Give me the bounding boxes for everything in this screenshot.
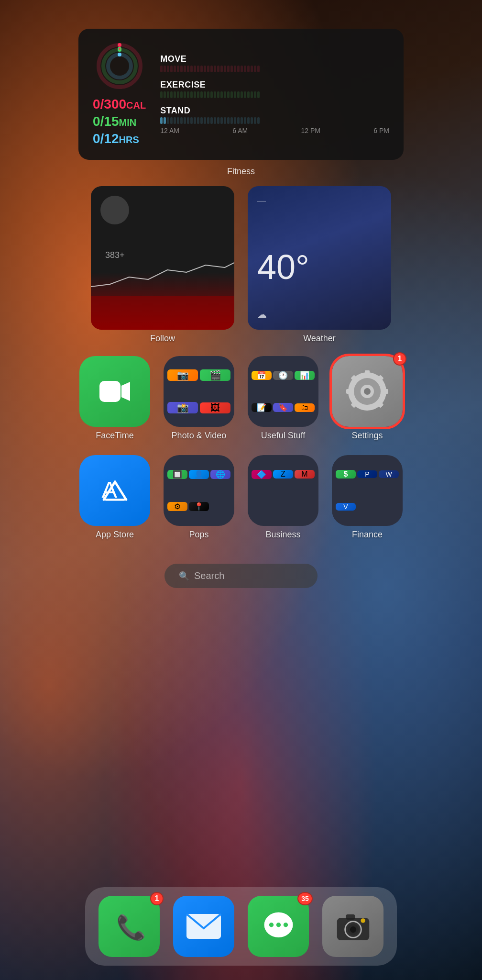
business-app-wrapper: 🔷 Z M Business [248,455,318,540]
svg-point-7 [119,48,120,50]
time-labels: 12 AM 6 AM 12 PM 6 PM [160,127,389,134]
svg-rect-16 [365,370,370,376]
photo-video-label: Photo & Video [172,431,227,441]
follow-chart: 383+ [91,244,234,301]
exercise-bar-section: EXERCISE [160,80,389,98]
search-icon: 🔍 [179,571,189,581]
facetime-icon[interactable] [79,356,150,427]
svg-text:383+: 383+ [105,250,125,260]
stand-stat: 0/12HRS [93,131,146,146]
svg-rect-18 [383,389,388,394]
move-stat: 0/300CAL [93,97,146,112]
activity-rings [96,42,143,90]
search-placeholder: Search [194,570,224,581]
move-bar-row [160,66,389,72]
finance-icon[interactable]: $ P W V [332,455,403,526]
pops-app-wrapper: 🔲 👤 🌐 ⚙ 📍 Pops [164,455,234,540]
useful-stuff-label: Useful Stuff [261,431,306,441]
search-bar[interactable]: 🔍 Search [164,564,318,588]
stand-label: STAND [160,106,389,116]
move-label: MOVE [160,54,389,64]
fitness-widget-right: MOVE EXERCISE [160,54,389,134]
appstore-icon[interactable]: A [79,455,150,526]
useful-stuff-icon[interactable]: 📅 🕐 📊 📝 🔖 🗂 [248,356,318,427]
weather-app-wrapper: — 40° ☁ Weather [248,186,391,344]
svg-rect-9 [99,381,120,402]
weather-temp: 40° [257,247,382,287]
exercise-bar-row [160,91,389,98]
app-row-1: FaceTime 📷 🎬 📸 🖼 Photo & Video 📅 🕐 📊 📝 🔖… [79,356,403,441]
facetime-app-wrapper: FaceTime [79,356,150,441]
photo-video-app-wrapper: 📷 🎬 📸 🖼 Photo & Video [164,356,234,441]
move-bar-section: MOVE [160,54,389,72]
svg-rect-21 [346,389,352,394]
weather-location: — [257,196,382,206]
appstore-app-wrapper: A App Store [79,455,150,540]
follow-widget[interactable]: 383+ [91,186,234,330]
exercise-label: EXERCISE [160,80,389,90]
photo-video-icon[interactable]: 📷 🎬 📸 🖼 [164,356,234,427]
svg-point-4 [108,55,131,78]
pops-label: Pops [189,530,208,540]
stand-bar-section: STAND 12 AM 6 AM 12 PM [160,106,389,134]
app-row-2: A App Store 🔲 👤 🌐 ⚙ 📍 Pops [79,455,403,540]
exercise-stat: 0/15MIN [93,114,146,129]
follow-widget-dot [100,196,129,224]
settings-label: Settings [351,431,383,441]
appstore-label: App Store [96,530,134,540]
settings-app-wrapper: 1 Settings [332,356,403,441]
finance-app-wrapper: $ P W V Finance [332,455,403,540]
fitness-stats: 0/300CAL 0/15MIN 0/12HRS [93,97,146,146]
business-icon[interactable]: 🔷 Z M [248,455,318,526]
home-screen: 0/300CAL 0/15MIN 0/12HRS MOVE [0,0,482,980]
fitness-widget-label: Fitness [227,167,255,177]
settings-icon[interactable] [332,356,403,427]
svg-marker-10 [121,382,130,401]
weather-widget[interactable]: — 40° ☁ [248,186,391,330]
pops-icon[interactable]: 🔲 👤 🌐 ⚙ 📍 [164,455,234,526]
weather-label: Weather [303,334,336,344]
stand-bar-row [160,117,389,124]
settings-badge: 1 [393,352,406,366]
weather-condition: ☁ [257,309,382,320]
finance-label: Finance [352,530,383,540]
follow-app-wrapper: 383+ Follow [91,186,234,344]
fitness-widget[interactable]: 0/300CAL 0/15MIN 0/12HRS MOVE [78,29,404,160]
svg-point-14 [364,388,371,395]
business-label: Business [265,530,300,540]
widget-row: 383+ Follow — 40° ☁ Weather [91,186,391,344]
facetime-label: FaceTime [96,431,133,441]
fitness-widget-left: 0/300CAL 0/15MIN 0/12HRS [93,42,146,146]
useful-stuff-app-wrapper: 📅 🕐 📊 📝 🔖 🗂 Useful Stuff [248,356,318,441]
follow-label: Follow [150,334,175,344]
